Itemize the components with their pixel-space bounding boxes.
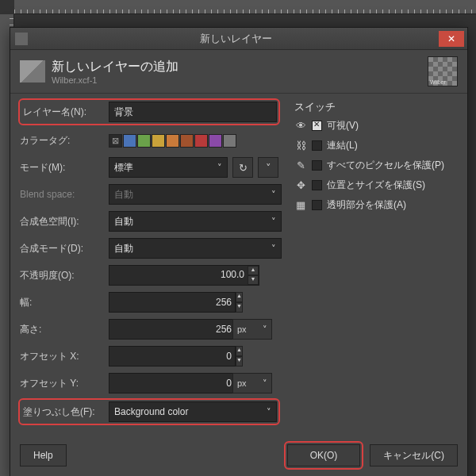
swatch-brown[interactable] (180, 134, 194, 148)
linked-checkbox[interactable] (312, 140, 322, 151)
lock-alpha-checkbox[interactable] (312, 200, 322, 210)
ok-highlight: OK(O) (284, 441, 364, 470)
app-icon (15, 33, 28, 45)
mode-reset-button[interactable]: ↻ (232, 157, 253, 178)
layer-icon (20, 60, 45, 83)
size-unit-select[interactable]: px˅ (232, 319, 272, 340)
opacity-up[interactable]: ▲ (248, 266, 259, 275)
fill-highlight: 塗りつぶし色(F): Background color (18, 398, 280, 425)
preview-thumbnail (428, 56, 458, 86)
offset-x-input[interactable] (109, 346, 236, 367)
swatch-gray[interactable] (223, 134, 236, 148)
offset-unit-select[interactable]: px˅ (232, 373, 272, 393)
swatch-red[interactable] (194, 134, 208, 148)
width-label: 幅: (20, 296, 109, 309)
blend-space-select[interactable]: 自動 (109, 184, 282, 205)
ruler-top (14, 0, 476, 14)
swatch-none[interactable]: ⊠ (109, 134, 122, 148)
dialog-header: 新しいレイヤーの追加 Wilber.xcf-1 (10, 50, 467, 94)
mode-select[interactable]: 標準 (109, 157, 228, 178)
eye-icon: 👁 (294, 120, 307, 132)
color-tag-swatches: ⊠ (109, 134, 236, 148)
lock-position-checkbox[interactable] (312, 180, 322, 190)
alpha-icon: ▦ (294, 199, 307, 212)
swatch-yellow[interactable] (152, 134, 165, 148)
offset-y-input[interactable] (109, 373, 236, 393)
header-subtitle: Wilber.xcf-1 (52, 75, 178, 85)
swatch-blue[interactable] (123, 134, 136, 148)
opacity-down[interactable]: ▼ (248, 275, 259, 285)
height-input[interactable] (109, 319, 236, 340)
color-tag-label: カラータグ: (20, 134, 109, 148)
composite-space-select[interactable]: 自動 (109, 211, 282, 232)
chain-icon: ⛓ (294, 140, 307, 152)
mode-menu-button[interactable]: ˅ (258, 157, 278, 178)
titlebar[interactable]: 新しいレイヤー ✕ (10, 28, 467, 50)
width-input[interactable] (109, 292, 236, 313)
mode-label: モード(M): (20, 161, 109, 175)
opacity-label: 不透明度(O): (20, 269, 109, 282)
header-title: 新しいレイヤーの追加 (52, 59, 178, 75)
opacity-slider[interactable]: 100.0 ▲▼ (109, 265, 259, 286)
move-icon: ✥ (294, 179, 307, 192)
fill-select[interactable]: Background color (109, 401, 277, 422)
close-button[interactable]: ✕ (439, 31, 464, 47)
composite-mode-label: 合成モード(D): (20, 242, 109, 255)
blend-space-label: Blend space: (20, 189, 109, 200)
brush-icon: ✎ (294, 159, 307, 172)
new-layer-dialog: 新しいレイヤー ✕ 新しいレイヤーの追加 Wilber.xcf-1 レイヤー名(… (10, 27, 468, 476)
window-title: 新しいレイヤー (33, 32, 439, 46)
fill-label: 塗りつぶし色(F): (23, 405, 109, 419)
ok-button[interactable]: OK(O) (287, 444, 361, 466)
offset-y-label: オフセット Y: (20, 377, 109, 390)
lock-pixels-checkbox[interactable] (312, 160, 322, 171)
swatch-violet[interactable] (209, 134, 222, 148)
layer-name-highlight: レイヤー名(N): (18, 98, 280, 125)
swatch-green[interactable] (137, 134, 151, 148)
composite-space-label: 合成色空間(I): (20, 215, 109, 228)
swatch-orange[interactable] (166, 134, 179, 148)
switches-title: スイッチ (294, 100, 458, 114)
layer-name-label: レイヤー名(N): (23, 106, 109, 119)
cancel-button[interactable]: キャンセル(C) (370, 444, 458, 466)
help-button[interactable]: Help (20, 444, 67, 466)
layer-name-input[interactable] (109, 102, 277, 122)
offset-x-label: オフセット X: (20, 350, 109, 363)
height-label: 高さ: (20, 323, 109, 336)
composite-mode-select[interactable]: 自動 (109, 238, 282, 259)
visible-checkbox[interactable] (312, 121, 322, 131)
